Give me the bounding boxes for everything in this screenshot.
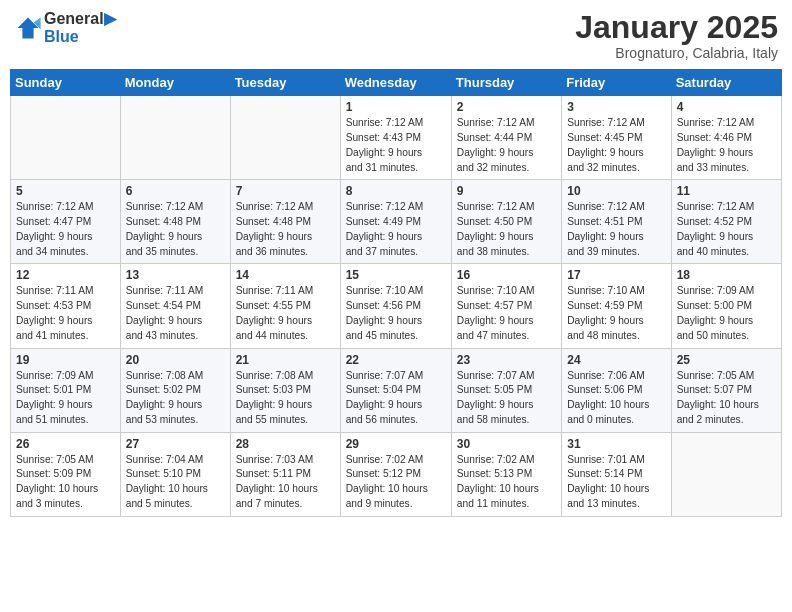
day-info: Sunrise: 7:01 AM Sunset: 5:14 PM Dayligh… (567, 453, 665, 512)
location: Brognaturo, Calabria, Italy (575, 45, 778, 61)
col-tuesday: Tuesday (230, 70, 340, 96)
day-number: 4 (677, 100, 776, 114)
day-number: 18 (677, 268, 776, 282)
day-number: 24 (567, 353, 665, 367)
calendar-cell: 21Sunrise: 7:08 AM Sunset: 5:03 PM Dayli… (230, 348, 340, 432)
col-friday: Friday (562, 70, 671, 96)
day-info: Sunrise: 7:04 AM Sunset: 5:10 PM Dayligh… (126, 453, 225, 512)
title-block: January 2025 Brognaturo, Calabria, Italy (575, 10, 778, 61)
col-saturday: Saturday (671, 70, 781, 96)
calendar-cell: 14Sunrise: 7:11 AM Sunset: 4:55 PM Dayli… (230, 264, 340, 348)
day-info: Sunrise: 7:12 AM Sunset: 4:50 PM Dayligh… (457, 200, 556, 259)
calendar-cell: 17Sunrise: 7:10 AM Sunset: 4:59 PM Dayli… (562, 264, 671, 348)
day-number: 13 (126, 268, 225, 282)
day-info: Sunrise: 7:12 AM Sunset: 4:52 PM Dayligh… (677, 200, 776, 259)
calendar-cell: 25Sunrise: 7:05 AM Sunset: 5:07 PM Dayli… (671, 348, 781, 432)
day-number: 3 (567, 100, 665, 114)
calendar-week-2: 5Sunrise: 7:12 AM Sunset: 4:47 PM Daylig… (11, 180, 782, 264)
day-info: Sunrise: 7:09 AM Sunset: 5:01 PM Dayligh… (16, 369, 115, 428)
calendar-cell: 20Sunrise: 7:08 AM Sunset: 5:02 PM Dayli… (120, 348, 230, 432)
header: General▶ Blue January 2025 Brognaturo, C… (10, 10, 782, 61)
calendar-cell: 28Sunrise: 7:03 AM Sunset: 5:11 PM Dayli… (230, 432, 340, 516)
day-number: 2 (457, 100, 556, 114)
day-info: Sunrise: 7:08 AM Sunset: 5:03 PM Dayligh… (236, 369, 335, 428)
logo: General▶ Blue (14, 10, 116, 45)
day-info: Sunrise: 7:11 AM Sunset: 4:53 PM Dayligh… (16, 284, 115, 343)
calendar-cell (11, 96, 121, 180)
day-number: 25 (677, 353, 776, 367)
header-row: Sunday Monday Tuesday Wednesday Thursday… (11, 70, 782, 96)
calendar-week-1: 1Sunrise: 7:12 AM Sunset: 4:43 PM Daylig… (11, 96, 782, 180)
day-number: 15 (346, 268, 446, 282)
col-thursday: Thursday (451, 70, 561, 96)
day-info: Sunrise: 7:12 AM Sunset: 4:45 PM Dayligh… (567, 116, 665, 175)
day-info: Sunrise: 7:05 AM Sunset: 5:09 PM Dayligh… (16, 453, 115, 512)
calendar-cell: 16Sunrise: 7:10 AM Sunset: 4:57 PM Dayli… (451, 264, 561, 348)
day-number: 10 (567, 184, 665, 198)
col-monday: Monday (120, 70, 230, 96)
calendar-cell: 1Sunrise: 7:12 AM Sunset: 4:43 PM Daylig… (340, 96, 451, 180)
col-wednesday: Wednesday (340, 70, 451, 96)
day-info: Sunrise: 7:12 AM Sunset: 4:44 PM Dayligh… (457, 116, 556, 175)
day-info: Sunrise: 7:02 AM Sunset: 5:12 PM Dayligh… (346, 453, 446, 512)
day-info: Sunrise: 7:07 AM Sunset: 5:05 PM Dayligh… (457, 369, 556, 428)
day-info: Sunrise: 7:10 AM Sunset: 4:59 PM Dayligh… (567, 284, 665, 343)
day-info: Sunrise: 7:10 AM Sunset: 4:56 PM Dayligh… (346, 284, 446, 343)
logo-icon (14, 14, 42, 42)
day-info: Sunrise: 7:09 AM Sunset: 5:00 PM Dayligh… (677, 284, 776, 343)
calendar-cell: 11Sunrise: 7:12 AM Sunset: 4:52 PM Dayli… (671, 180, 781, 264)
calendar-cell: 22Sunrise: 7:07 AM Sunset: 5:04 PM Dayli… (340, 348, 451, 432)
calendar-cell: 31Sunrise: 7:01 AM Sunset: 5:14 PM Dayli… (562, 432, 671, 516)
day-info: Sunrise: 7:12 AM Sunset: 4:48 PM Dayligh… (126, 200, 225, 259)
day-number: 5 (16, 184, 115, 198)
day-info: Sunrise: 7:08 AM Sunset: 5:02 PM Dayligh… (126, 369, 225, 428)
day-info: Sunrise: 7:03 AM Sunset: 5:11 PM Dayligh… (236, 453, 335, 512)
day-number: 16 (457, 268, 556, 282)
day-number: 7 (236, 184, 335, 198)
calendar-cell: 27Sunrise: 7:04 AM Sunset: 5:10 PM Dayli… (120, 432, 230, 516)
day-number: 22 (346, 353, 446, 367)
calendar-cell: 7Sunrise: 7:12 AM Sunset: 4:48 PM Daylig… (230, 180, 340, 264)
day-info: Sunrise: 7:11 AM Sunset: 4:54 PM Dayligh… (126, 284, 225, 343)
calendar-page: General▶ Blue January 2025 Brognaturo, C… (0, 0, 792, 612)
day-number: 14 (236, 268, 335, 282)
day-number: 8 (346, 184, 446, 198)
calendar-cell: 12Sunrise: 7:11 AM Sunset: 4:53 PM Dayli… (11, 264, 121, 348)
day-number: 20 (126, 353, 225, 367)
day-number: 1 (346, 100, 446, 114)
day-info: Sunrise: 7:12 AM Sunset: 4:49 PM Dayligh… (346, 200, 446, 259)
day-number: 19 (16, 353, 115, 367)
calendar-cell: 26Sunrise: 7:05 AM Sunset: 5:09 PM Dayli… (11, 432, 121, 516)
day-number: 17 (567, 268, 665, 282)
day-info: Sunrise: 7:12 AM Sunset: 4:46 PM Dayligh… (677, 116, 776, 175)
day-number: 27 (126, 437, 225, 451)
day-number: 30 (457, 437, 556, 451)
calendar-cell: 13Sunrise: 7:11 AM Sunset: 4:54 PM Dayli… (120, 264, 230, 348)
day-number: 21 (236, 353, 335, 367)
calendar-cell: 2Sunrise: 7:12 AM Sunset: 4:44 PM Daylig… (451, 96, 561, 180)
day-number: 28 (236, 437, 335, 451)
day-info: Sunrise: 7:12 AM Sunset: 4:47 PM Dayligh… (16, 200, 115, 259)
calendar-cell: 18Sunrise: 7:09 AM Sunset: 5:00 PM Dayli… (671, 264, 781, 348)
calendar-cell: 8Sunrise: 7:12 AM Sunset: 4:49 PM Daylig… (340, 180, 451, 264)
calendar-cell: 3Sunrise: 7:12 AM Sunset: 4:45 PM Daylig… (562, 96, 671, 180)
day-info: Sunrise: 7:06 AM Sunset: 5:06 PM Dayligh… (567, 369, 665, 428)
calendar-week-4: 19Sunrise: 7:09 AM Sunset: 5:01 PM Dayli… (11, 348, 782, 432)
col-sunday: Sunday (11, 70, 121, 96)
calendar-cell: 15Sunrise: 7:10 AM Sunset: 4:56 PM Dayli… (340, 264, 451, 348)
calendar-cell: 29Sunrise: 7:02 AM Sunset: 5:12 PM Dayli… (340, 432, 451, 516)
day-info: Sunrise: 7:12 AM Sunset: 4:48 PM Dayligh… (236, 200, 335, 259)
calendar-table: Sunday Monday Tuesday Wednesday Thursday… (10, 69, 782, 517)
logo-text: General▶ Blue (44, 10, 116, 45)
day-number: 6 (126, 184, 225, 198)
calendar-cell: 10Sunrise: 7:12 AM Sunset: 4:51 PM Dayli… (562, 180, 671, 264)
calendar-cell: 23Sunrise: 7:07 AM Sunset: 5:05 PM Dayli… (451, 348, 561, 432)
calendar-week-3: 12Sunrise: 7:11 AM Sunset: 4:53 PM Dayli… (11, 264, 782, 348)
day-info: Sunrise: 7:07 AM Sunset: 5:04 PM Dayligh… (346, 369, 446, 428)
calendar-cell: 4Sunrise: 7:12 AM Sunset: 4:46 PM Daylig… (671, 96, 781, 180)
calendar-cell (671, 432, 781, 516)
day-info: Sunrise: 7:05 AM Sunset: 5:07 PM Dayligh… (677, 369, 776, 428)
calendar-cell: 30Sunrise: 7:02 AM Sunset: 5:13 PM Dayli… (451, 432, 561, 516)
day-info: Sunrise: 7:02 AM Sunset: 5:13 PM Dayligh… (457, 453, 556, 512)
svg-marker-1 (18, 17, 39, 38)
